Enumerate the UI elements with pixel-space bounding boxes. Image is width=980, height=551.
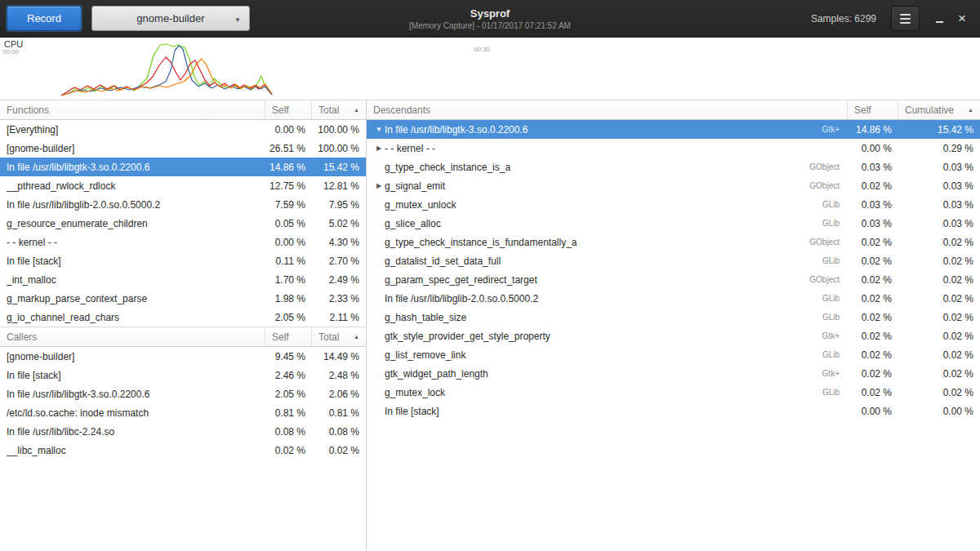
table-row[interactable]: [gnome-builder]26.51 %100.00 %: [0, 139, 366, 158]
minimize-button[interactable]: [928, 6, 951, 31]
table-row[interactable]: g_type_check_instance_is_fundamentally_a…: [367, 233, 980, 251]
function-name-cell: g_list_remove_linkGLib: [367, 349, 848, 361]
function-name-cell: __pthread_rwlock_rdlock: [0, 180, 265, 192]
table-row[interactable]: g_mutex_lockGLib0.02 %0.02 %: [367, 383, 980, 402]
self-percent-cell: 0.03 %: [848, 162, 898, 173]
table-row[interactable]: __pthread_rwlock_rdlock12.75 %12.81 %: [0, 176, 366, 195]
expander-icon[interactable]: ▼: [373, 126, 385, 133]
total-percent-cell: 2.70 %: [312, 256, 366, 267]
expander-icon[interactable]: ▶: [373, 182, 385, 189]
column-header-self[interactable]: Self: [848, 100, 898, 119]
function-name-label: g_mutex_unlock: [385, 199, 456, 211]
cumulative-percent-cell: 0.02 %: [898, 331, 980, 342]
total-percent-cell: 15.42 %: [312, 162, 366, 173]
function-name-cell: g_param_spec_get_redirect_targetGObject: [367, 274, 848, 286]
table-row[interactable]: g_datalist_id_set_data_fullGLib0.02 %0.0…: [367, 251, 980, 270]
library-badge: GLib: [822, 256, 848, 265]
table-row[interactable]: g_type_check_instance_is_aGObject0.03 %0…: [367, 158, 980, 176]
total-percent-cell: 14.49 %: [312, 351, 366, 362]
window-title: Sysprof: [409, 7, 571, 20]
expander-icon[interactable]: ▶: [373, 144, 385, 152]
left-panel: Functions Self Total ▲ [Everything]0.00 …: [0, 100, 367, 551]
table-row[interactable]: gtk_widget_path_lengthGtk+0.02 %0.02 %: [367, 364, 980, 383]
library-badge: GLib: [822, 313, 848, 322]
column-header-callers[interactable]: Callers: [0, 327, 265, 346]
self-percent-cell: 2.46 %: [265, 370, 312, 381]
table-row[interactable]: - - kernel - -0.00 %4.30 %: [0, 233, 366, 251]
hamburger-icon: [900, 14, 911, 24]
column-header-total[interactable]: Total ▲: [312, 100, 366, 119]
table-row[interactable]: g_io_channel_read_chars2.05 %2.11 %: [0, 308, 366, 327]
table-row[interactable]: [gnome-builder]9.45 %14.49 %: [0, 347, 366, 366]
library-badge: GObject: [809, 162, 848, 171]
table-row[interactable]: In file /usr/lib/libglib-2.0.so.0.5000.2…: [367, 289, 980, 308]
minimize-icon: [936, 21, 943, 23]
table-row[interactable]: /etc/ld.so.cache: inode mismatch0.81 %0.…: [0, 403, 366, 422]
function-name-cell: g_hash_table_sizeGLib: [367, 312, 848, 323]
self-percent-cell: 0.02 %: [848, 180, 898, 192]
function-name-cell: g_mutex_unlockGLib: [367, 199, 848, 211]
function-name-cell: [gnome-builder]: [0, 351, 265, 362]
function-name-label: gtk_style_provider_get_style_property: [385, 331, 550, 342]
table-row[interactable]: ▶- - kernel - -0.00 %0.29 %: [367, 139, 980, 158]
table-row[interactable]: In file [stack]0.00 %0.00 %: [367, 402, 980, 420]
table-row[interactable]: In file [stack]0.11 %2.70 %: [0, 251, 366, 270]
sort-arrow-icon: ▲: [968, 107, 973, 113]
close-icon: ×: [958, 11, 966, 25]
function-name-label: g_datalist_id_set_data_full: [385, 256, 501, 267]
cpu-graph-area[interactable]: CPU 00:00 00:30: [0, 38, 980, 100]
library-badge: Gtk+: [822, 369, 848, 378]
function-name-cell: /etc/ld.so.cache: inode mismatch: [0, 407, 265, 419]
record-button[interactable]: Record: [7, 6, 82, 31]
function-name-cell: g_datalist_id_set_data_fullGLib: [367, 256, 848, 267]
self-percent-cell: 9.45 %: [265, 351, 312, 362]
table-row[interactable]: g_markup_parse_context_parse1.98 %2.33 %: [0, 289, 366, 308]
cumulative-percent-cell: 0.02 %: [898, 256, 980, 267]
cumulative-percent-cell: 0.02 %: [898, 293, 980, 304]
total-percent-cell: 7.95 %: [312, 199, 366, 211]
table-row[interactable]: In file /usr/lib/libglib-2.0.so.0.5000.2…: [0, 195, 366, 214]
function-name-label: g_signal_emit: [385, 180, 445, 192]
column-header-self[interactable]: Self: [265, 327, 312, 346]
table-row[interactable]: gtk_style_provider_get_style_propertyGtk…: [367, 327, 980, 345]
column-header-cumulative[interactable]: Cumulative ▲: [898, 100, 980, 119]
table-row[interactable]: In file /usr/lib/libgtk-3.so.0.2200.614.…: [0, 158, 366, 176]
self-percent-cell: 26.51 %: [265, 143, 312, 154]
table-row[interactable]: g_slice_allocGLib0.03 %0.03 %: [367, 214, 980, 233]
table-row[interactable]: ▼In file /usr/lib/libgtk-3.so.0.2200.6Gt…: [367, 120, 980, 139]
table-row[interactable]: ▶g_signal_emitGObject0.02 %0.03 %: [367, 176, 980, 195]
table-row[interactable]: g_resource_enumerate_children0.05 %5.02 …: [0, 214, 366, 233]
table-row[interactable]: _int_malloc1.70 %2.49 %: [0, 270, 366, 289]
table-row[interactable]: [Everything]0.00 %100.00 %: [0, 120, 366, 139]
total-percent-cell: 0.81 %: [312, 407, 366, 419]
descendants-table-header: Descendants Self Cumulative ▲: [367, 100, 980, 120]
table-row[interactable]: g_param_spec_get_redirect_targetGObject0…: [367, 270, 980, 289]
table-row[interactable]: g_mutex_unlockGLib0.03 %0.03 %: [367, 195, 980, 214]
process-selector-dropdown[interactable]: gnome-builder ▼: [91, 6, 250, 31]
total-percent-cell: 2.48 %: [312, 370, 366, 381]
cumulative-percent-cell: 0.02 %: [898, 368, 980, 380]
table-row[interactable]: In file /usr/lib/libc-2.24.so0.08 %0.08 …: [0, 422, 366, 441]
total-percent-cell: 2.11 %: [312, 312, 366, 323]
close-button[interactable]: ×: [951, 6, 973, 31]
table-row[interactable]: In file [stack]2.46 %2.48 %: [0, 366, 366, 384]
function-name-cell: ▼In file /usr/lib/libgtk-3.so.0.2200.6Gt…: [367, 124, 848, 136]
self-percent-cell: 14.86 %: [848, 124, 898, 136]
self-percent-cell: 1.70 %: [265, 274, 312, 286]
callers-table-body: [gnome-builder]9.45 %14.49 %In file [sta…: [0, 347, 366, 460]
column-header-self[interactable]: Self: [265, 100, 312, 119]
header-right-group: Samples: 6299 ×: [811, 6, 973, 31]
function-name-label: In file /usr/lib/libglib-2.0.so.0.5000.2: [385, 293, 538, 304]
function-name-cell: In file /usr/lib/libgtk-3.so.0.2200.6: [0, 389, 265, 400]
table-row[interactable]: In file /usr/lib/libgtk-3.so.0.2200.62.0…: [0, 384, 366, 403]
column-header-descendants[interactable]: Descendants: [367, 100, 848, 119]
self-percent-cell: 0.02 %: [848, 331, 898, 342]
column-header-functions[interactable]: Functions: [0, 100, 265, 119]
main-split: Functions Self Total ▲ [Everything]0.00 …: [0, 100, 980, 551]
column-header-total[interactable]: Total ▲: [312, 327, 366, 346]
menu-button[interactable]: [891, 6, 920, 31]
table-row[interactable]: __libc_malloc0.02 %0.02 %: [0, 441, 366, 460]
table-row[interactable]: g_list_remove_linkGLib0.02 %0.02 %: [367, 345, 980, 364]
self-percent-cell: 0.00 %: [848, 143, 898, 154]
table-row[interactable]: g_hash_table_sizeGLib0.02 %0.02 %: [367, 308, 980, 327]
